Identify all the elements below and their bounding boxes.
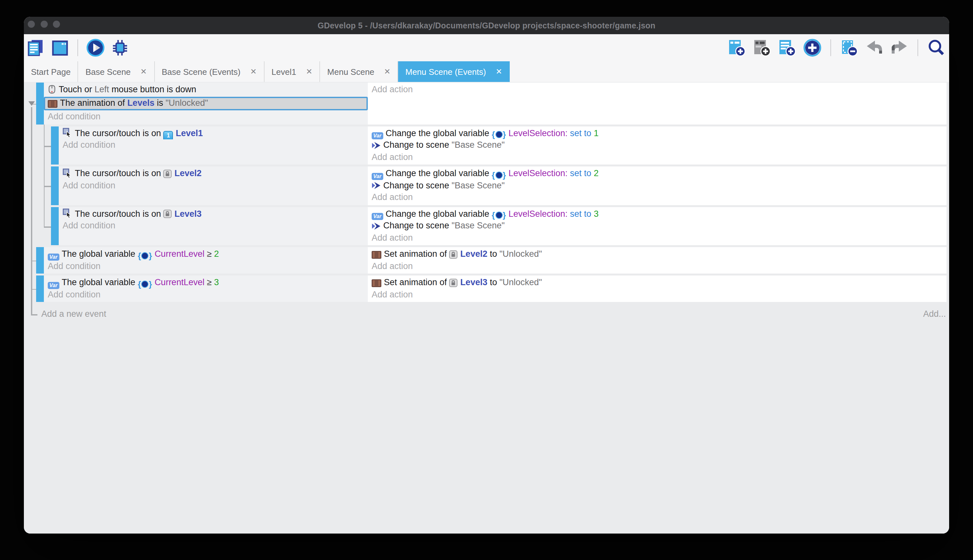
add-event-icon[interactable] (727, 38, 746, 57)
add-comment-icon[interactable] (752, 38, 772, 57)
add-action-link[interactable]: Add action (368, 151, 946, 163)
event-color-bar[interactable] (51, 167, 59, 205)
condition-line[interactable]: VarThe global variable {}CurrentLevel ≥ … (44, 277, 368, 289)
condition-line[interactable]: The animation of Levels is "Unlocked" (44, 97, 368, 110)
var-icon: Var (372, 173, 383, 180)
event-color-bar[interactable] (51, 207, 59, 245)
event-row: Touch or Left mouse button is downThe an… (36, 83, 946, 124)
sprite-icon (372, 251, 382, 258)
tab-bar: Start PageBase Scene✕Base Scene (Events)… (24, 61, 949, 82)
zoom-button[interactable] (53, 20, 60, 27)
event-row: The cursor/touch is on Level2Add conditi… (51, 167, 946, 205)
var-icon: Var (372, 132, 383, 139)
toolbar-right-group (727, 38, 949, 57)
var-icon: Var (372, 213, 383, 220)
scene-icon (372, 181, 381, 190)
toolbar-separator (918, 39, 918, 56)
event-color-bar[interactable] (51, 126, 59, 165)
sprite-icon (48, 100, 57, 107)
tab-close-icon[interactable]: ✕ (306, 68, 312, 75)
add-condition-link[interactable]: Add condition (59, 139, 368, 151)
conditions-cell: Touch or Left mouse button is downThe an… (44, 83, 368, 124)
undo-icon[interactable] (865, 38, 884, 57)
cursor-icon (63, 168, 72, 178)
play-icon[interactable] (86, 38, 105, 57)
project-manager-icon[interactable] (26, 38, 45, 57)
tab-close-icon[interactable]: ✕ (250, 68, 257, 75)
traffic-lights (28, 20, 60, 27)
tree-line (31, 107, 32, 314)
add-action-link[interactable]: Add action (368, 260, 946, 272)
condition-line[interactable]: Touch or Left mouse button is down (44, 84, 368, 96)
add-condition-link[interactable]: Add condition (44, 260, 368, 272)
toolbar (24, 34, 949, 61)
add-action-link[interactable]: Add action (368, 84, 946, 96)
minimize-button[interactable] (40, 20, 47, 27)
tree-line (43, 146, 51, 147)
tree-line (31, 289, 36, 290)
actions-cell: VarChange the global variable {}LevelSel… (368, 167, 946, 205)
delete-event-icon[interactable] (840, 38, 859, 57)
event-color-bar[interactable] (36, 247, 44, 273)
add-action-link[interactable]: Add action (368, 289, 946, 301)
tab-level1[interactable]: Level1✕ (265, 61, 320, 82)
event-row: VarThe global variable {}CurrentLevel ≥ … (36, 247, 946, 273)
cursor-icon (63, 208, 72, 218)
add-condition-link[interactable]: Add condition (44, 111, 368, 123)
add-condition-link[interactable]: Add condition (44, 289, 368, 301)
action-line[interactable]: Set animation of Level3 to "Unlocked" (368, 277, 946, 289)
close-button[interactable] (28, 20, 35, 27)
scene-editor-icon[interactable] (50, 38, 70, 57)
action-line[interactable]: Change to scene "Base Scene" (368, 220, 946, 232)
action-line[interactable]: Change to scene "Base Scene" (368, 139, 946, 151)
tab-close-icon[interactable]: ✕ (384, 68, 390, 75)
actions-cell: VarChange the global variable {}LevelSel… (368, 126, 946, 165)
tree-line (43, 125, 45, 227)
search-icon[interactable] (926, 38, 946, 57)
condition-line[interactable]: The cursor/touch is on Level2 (59, 168, 368, 180)
action-line[interactable]: VarChange the global variable {}LevelSel… (368, 168, 946, 180)
events-sheet: Touch or Left mouse button is downThe an… (24, 82, 949, 533)
add-subevent-icon[interactable] (778, 38, 797, 57)
event-color-bar[interactable] (36, 275, 44, 302)
tab-close-icon[interactable]: ✕ (140, 68, 147, 75)
add-circle-icon[interactable] (803, 38, 822, 57)
toolbar-left-group (24, 38, 130, 57)
tab-close-icon[interactable]: ✕ (496, 68, 502, 75)
collapse-expander-icon[interactable] (28, 101, 35, 106)
conditions-cell: The cursor/touch is on Level2Add conditi… (59, 167, 368, 205)
var-icon: Var (48, 253, 59, 260)
toolbar-separator (830, 39, 831, 56)
add-action-link[interactable]: Add action (368, 232, 946, 244)
add-more-link[interactable]: Add... (923, 308, 946, 320)
gdevelop-window: GDevelop 5 - /Users/dkarakay/Documents/G… (24, 17, 949, 533)
action-line[interactable]: VarChange the global variable {}LevelSel… (368, 127, 946, 139)
add-condition-link[interactable]: Add condition (59, 180, 368, 192)
titlebar: GDevelop 5 - /Users/dkarakay/Documents/G… (24, 17, 949, 34)
action-line[interactable]: Change to scene "Base Scene" (368, 180, 946, 192)
tab-start-page[interactable]: Start Page (24, 61, 78, 82)
add-action-link[interactable]: Add action (368, 192, 946, 203)
action-line[interactable]: Set animation of Level2 to "Unlocked" (368, 248, 946, 260)
toolbar-separator (77, 39, 78, 56)
add-condition-link[interactable]: Add condition (59, 220, 368, 232)
tab-base-scene-events[interactable]: Base Scene (Events)✕ (155, 61, 264, 82)
tab-label: Base Scene (85, 67, 131, 77)
tab-menu-scene-events[interactable]: Menu Scene (Events)✕ (398, 61, 510, 82)
cursor-icon (63, 128, 72, 137)
tab-base-scene[interactable]: Base Scene✕ (78, 61, 155, 82)
debug-icon[interactable] (110, 38, 130, 57)
add-new-event-link[interactable]: Add a new event (41, 309, 106, 319)
tree-line (31, 260, 36, 261)
condition-line[interactable]: VarThe global variable {}CurrentLevel ≥ … (44, 248, 368, 260)
redo-icon[interactable] (890, 38, 909, 57)
action-line[interactable]: VarChange the global variable {}LevelSel… (368, 208, 946, 220)
tab-label: Base Scene (Events) (162, 67, 240, 77)
condition-line[interactable]: The cursor/touch is on 1Level1 (59, 127, 368, 139)
event-color-bar[interactable] (36, 83, 44, 124)
actions-cell: Set animation of Level3 to "Unlocked"Add… (368, 275, 946, 302)
global-var-icon: {} (491, 210, 506, 220)
tab-menu-scene[interactable]: Menu Scene✕ (320, 61, 398, 82)
condition-line[interactable]: The cursor/touch is on Level3 (59, 208, 368, 220)
tab-label: Start Page (31, 67, 71, 77)
